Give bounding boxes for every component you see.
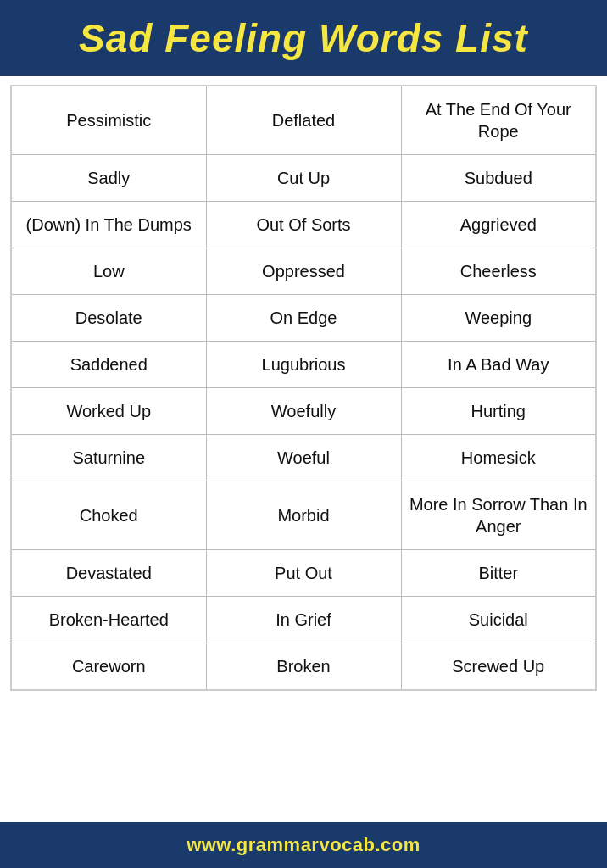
cell-6-1: Woefully bbox=[206, 388, 401, 435]
cell-7-1: Woeful bbox=[206, 435, 401, 481]
table-row: PessimisticDeflatedAt The End Of Your Ro… bbox=[11, 86, 596, 155]
cell-1-1: Cut Up bbox=[206, 155, 401, 202]
cell-2-0: (Down) In The Dumps bbox=[11, 202, 206, 248]
cell-10-2: Suicidal bbox=[401, 597, 596, 643]
cell-2-1: Out Of Sorts bbox=[206, 202, 401, 248]
cell-9-2: Bitter bbox=[401, 550, 596, 597]
cell-8-1: Morbid bbox=[206, 481, 401, 550]
cell-1-2: Subdued bbox=[401, 155, 596, 202]
cell-4-0: Desolate bbox=[11, 295, 206, 342]
cell-0-2: At The End Of Your Rope bbox=[401, 86, 596, 155]
cell-3-2: Cheerless bbox=[401, 248, 596, 295]
table-row: SadlyCut UpSubdued bbox=[11, 155, 596, 202]
table-row: (Down) In The DumpsOut Of SortsAggrieved bbox=[11, 202, 596, 248]
cell-3-1: Oppressed bbox=[206, 248, 401, 295]
cell-11-1: Broken bbox=[206, 643, 401, 691]
page-footer: www.grammarvocab.com bbox=[0, 822, 607, 868]
cell-0-1: Deflated bbox=[206, 86, 401, 155]
cell-8-0: Choked bbox=[11, 481, 206, 550]
cell-10-0: Broken-Hearted bbox=[11, 597, 206, 643]
cell-11-2: Screwed Up bbox=[401, 643, 596, 691]
cell-11-0: Careworn bbox=[11, 643, 206, 691]
footer-url: www.grammarvocab.com bbox=[17, 834, 590, 856]
words-table: PessimisticDeflatedAt The End Of Your Ro… bbox=[10, 85, 597, 691]
table-row: Broken-HeartedIn GriefSuicidal bbox=[11, 597, 596, 643]
cell-5-2: In A Bad Way bbox=[401, 342, 596, 388]
cell-0-0: Pessimistic bbox=[11, 86, 206, 155]
cell-7-0: Saturnine bbox=[11, 435, 206, 481]
cell-9-0: Devastated bbox=[11, 550, 206, 597]
page-title: Sad Feeling Words List bbox=[17, 15, 590, 61]
cell-6-2: Hurting bbox=[401, 388, 596, 435]
cell-7-2: Homesick bbox=[401, 435, 596, 481]
table-wrapper: PessimisticDeflatedAt The End Of Your Ro… bbox=[0, 76, 607, 822]
table-row: Worked UpWoefullyHurting bbox=[11, 388, 596, 435]
table-row: DesolateOn EdgeWeeping bbox=[11, 295, 596, 342]
cell-5-1: Lugubrious bbox=[206, 342, 401, 388]
cell-5-0: Saddened bbox=[11, 342, 206, 388]
cell-9-1: Put Out bbox=[206, 550, 401, 597]
table-row: DevastatedPut OutBitter bbox=[11, 550, 596, 597]
cell-4-1: On Edge bbox=[206, 295, 401, 342]
cell-2-2: Aggrieved bbox=[401, 202, 596, 248]
cell-4-2: Weeping bbox=[401, 295, 596, 342]
cell-6-0: Worked Up bbox=[11, 388, 206, 435]
table-row: SaturnineWoefulHomesick bbox=[11, 435, 596, 481]
cell-10-1: In Grief bbox=[206, 597, 401, 643]
table-row: CarewornBrokenScrewed Up bbox=[11, 643, 596, 691]
table-row: ChokedMorbidMore In Sorrow Than In Anger bbox=[11, 481, 596, 550]
page-header: Sad Feeling Words List bbox=[0, 0, 607, 76]
cell-8-2: More In Sorrow Than In Anger bbox=[401, 481, 596, 550]
cell-3-0: Low bbox=[11, 248, 206, 295]
table-row: LowOppressedCheerless bbox=[11, 248, 596, 295]
table-row: SaddenedLugubriousIn A Bad Way bbox=[11, 342, 596, 388]
cell-1-0: Sadly bbox=[11, 155, 206, 202]
